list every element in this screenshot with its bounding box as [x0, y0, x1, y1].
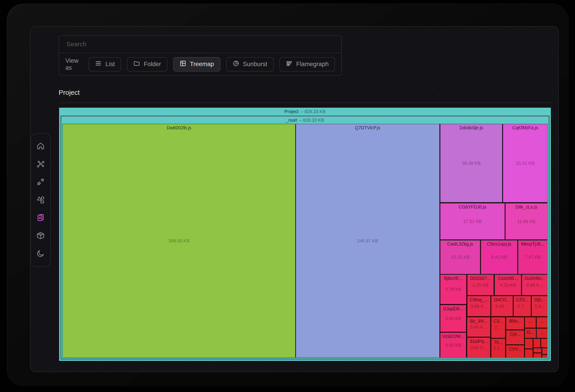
view-folder-label: Folder	[144, 61, 161, 68]
treemap-cell[interactable]: Dtlk_zLs.js11.66 KB	[505, 203, 548, 240]
treemap-cell[interactable]: Bz_3N...3.64 K...	[467, 317, 490, 337]
cell-file-name: VzsEONl...	[440, 334, 466, 339]
graph-icon	[36, 160, 45, 169]
treemap-cell[interactable]: DuSH8v...3.95 K...	[522, 274, 548, 295]
cell-file-name: B5o...	[506, 318, 524, 324]
treemap-cell[interactable]: CsxU00...4.23 KB	[495, 274, 522, 295]
plugin-icon	[36, 178, 45, 187]
treemap-cell[interactable]: 51xiPq...3.61 K...	[467, 337, 490, 358]
treemap-cell[interactable]: MeuyTjJ6...7.47 KB	[518, 240, 548, 274]
cell-file-name: CqKfMzFa.js	[503, 125, 547, 130]
search-input[interactable]	[66, 41, 334, 48]
view-sunburst-button[interactable]: Sunburst	[226, 57, 274, 72]
treemap-cell[interactable]: 75...2.1...	[491, 339, 505, 358]
treemap-cell[interactable]: B5o...	[506, 317, 525, 330]
cell-file-size: 5.46 KB	[440, 316, 466, 321]
treemap-cell[interactable]: Bj8oXE...5.79 KB	[440, 274, 466, 304]
treemap-cell[interactable]: CZS...2.7...	[513, 296, 531, 317]
group-name: _nuxt	[286, 118, 297, 123]
cell-file-size: 3.61 K...	[467, 345, 490, 350]
view-folder-button[interactable]: Folder	[127, 57, 168, 72]
view-sunburst-label: Sunburst	[243, 61, 267, 68]
cell-file-name: 51xiPq...	[467, 339, 490, 344]
treemap-cell[interactable]: D3qdD8...5.46 KB	[440, 305, 466, 332]
treemap-cell[interactable]	[542, 355, 548, 358]
treemap-cell[interactable]: Dj5...2.4...	[531, 296, 548, 317]
section-head: Project	[59, 88, 551, 103]
cell-file-name: CG6YFDJ0.js	[440, 204, 504, 210]
cell-file-name: Ddo8c0je.js	[440, 125, 502, 130]
cell-file-name: CsxU00...	[495, 276, 521, 281]
cell-file-name: Dj5...	[532, 297, 547, 302]
treemap-cell[interactable]	[542, 348, 548, 354]
cell-file-size: 4.93 KB	[440, 342, 466, 347]
treemap-group: _nuxt – 828.33 KB Dw6002lb.js398.65 KBQ7…	[61, 116, 549, 359]
treemap-cell[interactable]: Q7DTVlcP.js246.97 KB	[296, 124, 440, 358]
treemap-cell[interactable]	[533, 348, 542, 353]
treemap-cell[interactable]: CG6YFDJ0.js17.51 KB	[440, 203, 505, 240]
view-as-toolbar: View as List Folder	[59, 53, 341, 75]
cell-file-name: CVV...	[506, 346, 524, 352]
treemap-cell[interactable]	[541, 339, 548, 348]
sidebar-item-dark-mode[interactable]	[36, 249, 46, 259]
root-name: Project	[285, 109, 298, 114]
view-flamegraph-button[interactable]: Flamegraph	[280, 57, 335, 72]
cell-file-name: Dw6002lb.js	[63, 125, 295, 130]
treemap-cell[interactable]	[533, 353, 542, 358]
treemap-cell[interactable]	[533, 339, 541, 348]
sidebar-item-home[interactable]	[36, 142, 46, 151]
sidebar-item-plugins[interactable]	[36, 177, 46, 187]
sunburst-icon	[233, 60, 239, 68]
treemap-cell[interactable]: Ddo8c0je.js35.49 KB	[440, 124, 502, 202]
treemap-cell[interactable]: Cj4...	[506, 330, 525, 345]
device-frame: View as List Folder	[7, 4, 569, 386]
treemap-cell[interactable]: C3...2....	[491, 317, 505, 338]
view-list-button[interactable]: List	[89, 57, 121, 72]
flamegraph-icon	[286, 60, 293, 68]
treemap-cell[interactable]: Dw6002lb.js398.65 KB	[63, 124, 295, 358]
cell-file-name: D...	[525, 330, 536, 335]
treemap-cell[interactable]	[525, 349, 533, 358]
treemap-cell[interactable]: CWsq_...3.69 K...	[467, 296, 491, 317]
treemap-cell[interactable]	[525, 339, 533, 349]
cell-file-size: 4.23 KB	[495, 282, 521, 288]
treemap-group-header[interactable]: _nuxt – 828.33 KB	[61, 116, 549, 124]
treemap-cell[interactable]: CqKfMzFa.js25.51 KB	[503, 124, 548, 202]
treemap-cell[interactable]: D0zDD7...4.25 KB	[467, 274, 494, 295]
treemap-cell[interactable]: D...	[525, 328, 536, 338]
treemap-cell[interactable]: DhCO...3.38 ...	[491, 296, 513, 317]
cell-file-size: 2.4...	[532, 304, 547, 309]
sidebar-item-components[interactable]	[36, 195, 46, 205]
treemap-cell[interactable]: ...	[525, 317, 536, 328]
view-flamegraph-label: Flamegraph	[296, 61, 329, 68]
page-title: Project	[59, 88, 551, 98]
cell-file-name: C3...	[491, 318, 505, 324]
moon-icon	[36, 249, 45, 259]
cell-file-name: D3qdD8...	[440, 306, 466, 311]
cell-file-name: CwdL3Zkg.js	[440, 242, 480, 247]
cell-file-size: 3.64 K...	[467, 324, 490, 329]
treemap-cell[interactable]: CVV...	[506, 345, 525, 358]
treemap-cell[interactable]: ...	[536, 317, 548, 328]
view-treemap-button[interactable]: Treemap	[173, 57, 220, 72]
cell-file-size: 3.38 ...	[491, 304, 513, 309]
treemap-cell[interactable]: VzsEONl...4.93 KB	[440, 332, 466, 358]
documents-icon	[36, 213, 45, 223]
treemap-cells: Dw6002lb.js398.65 KBQ7DTVlcP.js246.97 KB…	[63, 124, 548, 358]
sidebar-item-build[interactable]	[36, 231, 46, 241]
sidebar-item-modules[interactable]	[36, 159, 46, 169]
cell-file-name: DhCO...	[491, 297, 513, 302]
treemap-cell[interactable]: ...	[536, 328, 548, 338]
app-screen: View as List Folder	[30, 26, 559, 372]
cell-file-size: 3.95 K...	[522, 282, 547, 288]
cell-file-size: 4.25 KB	[467, 282, 494, 288]
cell-file-name: CZS...	[514, 297, 531, 302]
cell-file-name: ...	[525, 318, 536, 324]
treemap-root-header[interactable]: Project – 828.33 KB	[59, 108, 551, 115]
cell-file-size: 7.47 KB	[518, 255, 547, 260]
sidebar-item-assets[interactable]	[36, 213, 46, 223]
cell-file-name: Q7DTVlcP.js	[296, 125, 440, 130]
treemap-cell[interactable]: CwdL3Zkg.js10.15 KB	[440, 240, 480, 274]
package-icon	[36, 231, 45, 241]
treemap-cell[interactable]: C5es1xpy.js9.42 KB	[481, 240, 518, 274]
